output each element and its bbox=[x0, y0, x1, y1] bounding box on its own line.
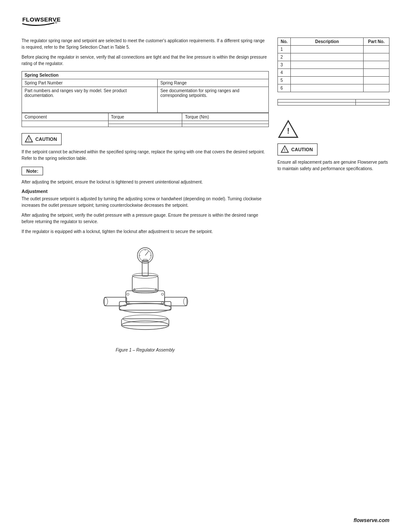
main-content: The regulator spring range and setpoint … bbox=[22, 37, 389, 357]
spring-row3-desc bbox=[291, 61, 364, 69]
table2-section: Spring Selection Spring Part Number Spri… bbox=[22, 71, 269, 127]
spring-row4-no: 4 bbox=[278, 69, 291, 77]
small-table-row1-desc bbox=[278, 100, 356, 103]
table2-row1-col1: Part numbers and ranges vary by model. S… bbox=[22, 87, 158, 113]
spring-row3-no: 3 bbox=[278, 61, 291, 69]
svg-point-6 bbox=[119, 303, 171, 313]
spring-row2-part bbox=[364, 53, 389, 61]
torque-row1-c1 bbox=[22, 121, 109, 127]
small-table-row2-val bbox=[356, 103, 389, 106]
caution-icon-2: ! bbox=[280, 145, 289, 154]
table2-col1-header: Spring Part Number bbox=[22, 79, 158, 87]
intro-section: The regulator spring range and setpoint … bbox=[22, 37, 269, 67]
spring-chart-col2: Description bbox=[291, 38, 364, 46]
small-right-table bbox=[277, 99, 389, 106]
spring-row1-part bbox=[364, 46, 389, 53]
svg-text:®: ® bbox=[55, 21, 57, 24]
svg-point-25 bbox=[162, 293, 164, 296]
adjustment-section: Adjustment The outlet pressure setpoint … bbox=[22, 189, 269, 235]
intro-para1: The regulator spring range and setpoint … bbox=[22, 37, 269, 50]
torque-row1-c2 bbox=[108, 121, 182, 124]
svg-point-3 bbox=[121, 321, 169, 330]
caution-text-2: Ensure all replacement parts are genuine… bbox=[277, 159, 389, 172]
flowserve-logo: FLOWSERVE ® bbox=[22, 13, 69, 32]
svg-point-24 bbox=[127, 293, 129, 296]
adjustment-text1: The outlet pressure setpoint is adjusted… bbox=[22, 196, 269, 208]
website-link: flowserve.com bbox=[354, 517, 389, 523]
footer: flowserve.com bbox=[354, 517, 389, 523]
svg-text:!: ! bbox=[28, 137, 30, 142]
spring-chart-col1: No. bbox=[278, 38, 291, 46]
small-table-row1-val bbox=[356, 100, 389, 103]
caution-text-1: If the setpoint cannot be achieved withi… bbox=[22, 149, 269, 162]
left-column: The regulator spring range and setpoint … bbox=[22, 37, 269, 357]
adjustment-text3: If the regulator is equipped with a lock… bbox=[22, 228, 269, 235]
torque-header: Component bbox=[22, 113, 109, 121]
spring-row5-desc bbox=[291, 77, 364, 84]
caution-box-1: ! CAUTION bbox=[22, 133, 62, 145]
caution-label-2: CAUTION bbox=[291, 147, 313, 152]
table2-row1-col2: See documentation for spring ranges and … bbox=[158, 87, 269, 113]
caution-box-2: ! CAUTION bbox=[277, 143, 318, 156]
caution-icon-1: ! bbox=[25, 135, 33, 143]
spring-row4-desc bbox=[291, 69, 364, 77]
caution-label-1: CAUTION bbox=[35, 137, 57, 142]
torque-table: Component Torque Torque (Nm) bbox=[22, 113, 269, 127]
fig1-caption: Figure 1 – Regulator Assembly bbox=[22, 347, 269, 353]
spring-row4-part bbox=[364, 69, 389, 77]
torque-col2-header: Torque bbox=[108, 113, 182, 121]
torque-col3-header: Torque (Nm) bbox=[182, 113, 269, 121]
note-box: Note: bbox=[22, 167, 43, 175]
spring-row1-no: 1 bbox=[278, 46, 291, 53]
spring-row5-no: 5 bbox=[278, 77, 291, 84]
device-illustration bbox=[98, 243, 193, 338]
spring-row6-part bbox=[364, 84, 389, 92]
torque-row2-c2 bbox=[108, 124, 182, 127]
adjustment-title: Adjustment bbox=[22, 189, 269, 194]
figure-container: Figure 1 – Regulator Assembly bbox=[22, 243, 269, 353]
spring-chart-col3: Part No. bbox=[364, 38, 389, 46]
page: FLOWSERVE ® The regulator spring range a… bbox=[0, 0, 411, 532]
right-small-table-section bbox=[277, 99, 389, 106]
spring-row1-desc bbox=[291, 46, 364, 53]
torque-row2-c3 bbox=[182, 124, 269, 127]
svg-text:!: ! bbox=[284, 148, 286, 152]
intro-para2: Before placing the regulator in service,… bbox=[22, 54, 269, 67]
note-text: After adjusting the setpoint, ensure the… bbox=[22, 179, 269, 185]
spring-row3-part bbox=[364, 61, 389, 69]
spring-row2-desc bbox=[291, 53, 364, 61]
spring-chart-table: No. Description Part No. 1 2 bbox=[277, 37, 389, 92]
spring-row5-part bbox=[364, 77, 389, 84]
header: FLOWSERVE ® bbox=[22, 13, 389, 33]
warning-triangle-large: ! bbox=[277, 118, 299, 140]
logo-container: FLOWSERVE ® bbox=[22, 13, 73, 33]
svg-line-19 bbox=[145, 251, 149, 255]
svg-text:!: ! bbox=[287, 126, 290, 135]
adjustment-text2: After adjusting the setpoint, verify the… bbox=[22, 212, 269, 225]
note-label: Note: bbox=[26, 168, 38, 174]
small-table-row2-desc bbox=[278, 103, 356, 106]
spring-row6-desc bbox=[291, 84, 364, 92]
spring-selection-table: Spring Selection Spring Part Number Spri… bbox=[22, 71, 269, 113]
right-caution-area: ! ! CAUTION Ensure all replacement parts… bbox=[277, 118, 389, 172]
spring-row2-no: 2 bbox=[278, 53, 291, 61]
torque-row1-c3 bbox=[182, 121, 269, 124]
right-column: No. Description Part No. 1 2 bbox=[277, 37, 389, 357]
spring-row6-no: 6 bbox=[278, 84, 291, 92]
table2-title: Spring Selection bbox=[22, 72, 269, 79]
right-table1-section: No. Description Part No. 1 2 bbox=[277, 37, 389, 92]
table2-col2-header: Spring Range bbox=[158, 79, 269, 87]
